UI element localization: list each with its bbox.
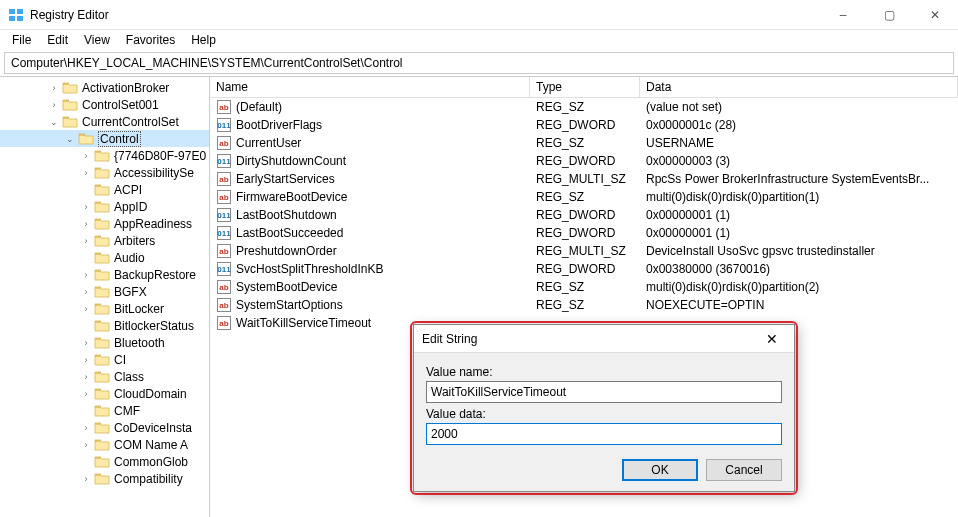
string-value-icon: ab bbox=[216, 315, 232, 331]
address-bar[interactable]: Computer\HKEY_LOCAL_MACHINE\SYSTEM\Curre… bbox=[4, 52, 954, 74]
expander-closed-icon[interactable]: › bbox=[48, 82, 60, 94]
tree-node[interactable]: ›Bluetooth bbox=[0, 334, 209, 351]
list-row[interactable]: abSystemBootDeviceREG_SZmulti(0)disk(0)r… bbox=[210, 278, 958, 296]
expander-closed-icon[interactable]: › bbox=[80, 371, 92, 383]
col-type[interactable]: Type bbox=[530, 77, 640, 97]
minimize-button[interactable]: – bbox=[820, 0, 866, 30]
expander-none bbox=[80, 184, 92, 196]
folder-icon bbox=[94, 472, 110, 486]
tree-node[interactable]: ⌄Control bbox=[0, 130, 209, 147]
tree-node[interactable]: ›CoDeviceInsta bbox=[0, 419, 209, 436]
expander-closed-icon[interactable]: › bbox=[80, 354, 92, 366]
expander-closed-icon[interactable]: › bbox=[80, 286, 92, 298]
value-type: REG_SZ bbox=[530, 100, 640, 114]
list-row[interactable]: abEarlyStartServicesREG_MULTI_SZRpcSs Po… bbox=[210, 170, 958, 188]
tree-node[interactable]: ›Compatibility bbox=[0, 470, 209, 487]
expander-closed-icon[interactable]: › bbox=[48, 99, 60, 111]
folder-icon bbox=[94, 200, 110, 214]
tree-node-label: BGFX bbox=[114, 285, 147, 299]
expander-closed-icon[interactable]: › bbox=[80, 218, 92, 230]
folder-icon bbox=[94, 268, 110, 282]
menu-help[interactable]: Help bbox=[185, 31, 222, 49]
list-row[interactable]: 011BootDriverFlagsREG_DWORD0x0000001c (2… bbox=[210, 116, 958, 134]
binary-value-icon: 011 bbox=[216, 153, 232, 169]
menu-view[interactable]: View bbox=[78, 31, 116, 49]
list-row[interactable]: abFirmwareBootDeviceREG_SZmulti(0)disk(0… bbox=[210, 188, 958, 206]
ok-button[interactable]: OK bbox=[622, 459, 698, 481]
col-name[interactable]: Name bbox=[210, 77, 530, 97]
tree-node[interactable]: ⌄CurrentControlSet bbox=[0, 113, 209, 130]
list-header: Name Type Data bbox=[210, 77, 958, 98]
maximize-button[interactable]: ▢ bbox=[866, 0, 912, 30]
tree-node[interactable]: ›Arbiters bbox=[0, 232, 209, 249]
tree-node[interactable]: ›ControlSet001 bbox=[0, 96, 209, 113]
tree-node[interactable]: ›BitLocker bbox=[0, 300, 209, 317]
folder-icon bbox=[94, 234, 110, 248]
folder-icon bbox=[94, 455, 110, 469]
tree-node[interactable]: ACPI bbox=[0, 181, 209, 198]
dialog-titlebar: Edit String ✕ bbox=[414, 325, 794, 353]
tree-node[interactable]: CMF bbox=[0, 402, 209, 419]
tree-node[interactable]: ›AppID bbox=[0, 198, 209, 215]
expander-closed-icon[interactable]: › bbox=[80, 150, 92, 162]
expander-closed-icon[interactable]: › bbox=[80, 422, 92, 434]
tree-node[interactable]: Audio bbox=[0, 249, 209, 266]
binary-value-icon: 011 bbox=[216, 117, 232, 133]
list-row[interactable]: abCurrentUserREG_SZUSERNAME bbox=[210, 134, 958, 152]
list-row[interactable]: 011LastBootShutdownREG_DWORD0x00000001 (… bbox=[210, 206, 958, 224]
expander-closed-icon[interactable]: › bbox=[80, 473, 92, 485]
expander-closed-icon[interactable]: › bbox=[80, 337, 92, 349]
value-name: PreshutdownOrder bbox=[236, 244, 337, 258]
folder-icon bbox=[94, 149, 110, 163]
menu-favorites[interactable]: Favorites bbox=[120, 31, 181, 49]
col-data[interactable]: Data bbox=[640, 77, 958, 97]
value-data: RpcSs Power BrokerInfrastructure SystemE… bbox=[640, 172, 958, 186]
expander-closed-icon[interactable]: › bbox=[80, 235, 92, 247]
value-name-label: Value name: bbox=[426, 365, 782, 379]
list-row[interactable]: 011LastBootSucceededREG_DWORD0x00000001 … bbox=[210, 224, 958, 242]
expander-open-icon[interactable]: ⌄ bbox=[64, 133, 76, 145]
close-button[interactable]: ✕ bbox=[912, 0, 958, 30]
cancel-button[interactable]: Cancel bbox=[706, 459, 782, 481]
value-name: BootDriverFlags bbox=[236, 118, 322, 132]
tree-node-label: BitLocker bbox=[114, 302, 164, 316]
tree-node[interactable]: ›ActivationBroker bbox=[0, 79, 209, 96]
tree-node[interactable]: ›CloudDomain bbox=[0, 385, 209, 402]
value-name: SystemStartOptions bbox=[236, 298, 343, 312]
tree-node-label: CoDeviceInsta bbox=[114, 421, 192, 435]
dialog-title: Edit String bbox=[422, 332, 758, 346]
menu-edit[interactable]: Edit bbox=[41, 31, 74, 49]
expander-closed-icon[interactable]: › bbox=[80, 167, 92, 179]
list-row[interactable]: 011SvcHostSplitThresholdInKBREG_DWORD0x0… bbox=[210, 260, 958, 278]
tree-node[interactable]: ›AppReadiness bbox=[0, 215, 209, 232]
expander-closed-icon[interactable]: › bbox=[80, 303, 92, 315]
list-row[interactable]: 011DirtyShutdownCountREG_DWORD0x00000003… bbox=[210, 152, 958, 170]
expander-open-icon[interactable]: ⌄ bbox=[48, 116, 60, 128]
tree-node[interactable]: BitlockerStatus bbox=[0, 317, 209, 334]
expander-closed-icon[interactable]: › bbox=[80, 269, 92, 281]
tree-node[interactable]: ›BackupRestore bbox=[0, 266, 209, 283]
value-data: NOEXECUTE=OPTIN bbox=[640, 298, 958, 312]
tree-node[interactable]: ›AccessibilitySe bbox=[0, 164, 209, 181]
expander-closed-icon[interactable]: › bbox=[80, 201, 92, 213]
expander-closed-icon[interactable]: › bbox=[80, 439, 92, 451]
list-row[interactable]: abSystemStartOptionsREG_SZ NOEXECUTE=OPT… bbox=[210, 296, 958, 314]
tree-node[interactable]: ›BGFX bbox=[0, 283, 209, 300]
tree-node[interactable]: ›{7746D80F-97E0 bbox=[0, 147, 209, 164]
tree-node[interactable]: ›COM Name A bbox=[0, 436, 209, 453]
dialog-close-button[interactable]: ✕ bbox=[758, 325, 786, 353]
list-row[interactable]: ab(Default)REG_SZ(value not set) bbox=[210, 98, 958, 116]
tree-node[interactable]: CommonGlob bbox=[0, 453, 209, 470]
tree-node[interactable]: ›CI bbox=[0, 351, 209, 368]
value-data-input[interactable] bbox=[426, 423, 782, 445]
expander-closed-icon[interactable]: › bbox=[80, 388, 92, 400]
titlebar: Registry Editor – ▢ ✕ bbox=[0, 0, 958, 30]
value-name-input[interactable] bbox=[426, 381, 782, 403]
value-name: LastBootSucceeded bbox=[236, 226, 343, 240]
tree-node-label: CloudDomain bbox=[114, 387, 187, 401]
list-row[interactable]: abPreshutdownOrderREG_MULTI_SZDeviceInst… bbox=[210, 242, 958, 260]
value-type: REG_SZ bbox=[530, 136, 640, 150]
menu-file[interactable]: File bbox=[6, 31, 37, 49]
tree-node[interactable]: ›Class bbox=[0, 368, 209, 385]
tree-view[interactable]: ›ActivationBroker›ControlSet001⌄CurrentC… bbox=[0, 77, 210, 517]
